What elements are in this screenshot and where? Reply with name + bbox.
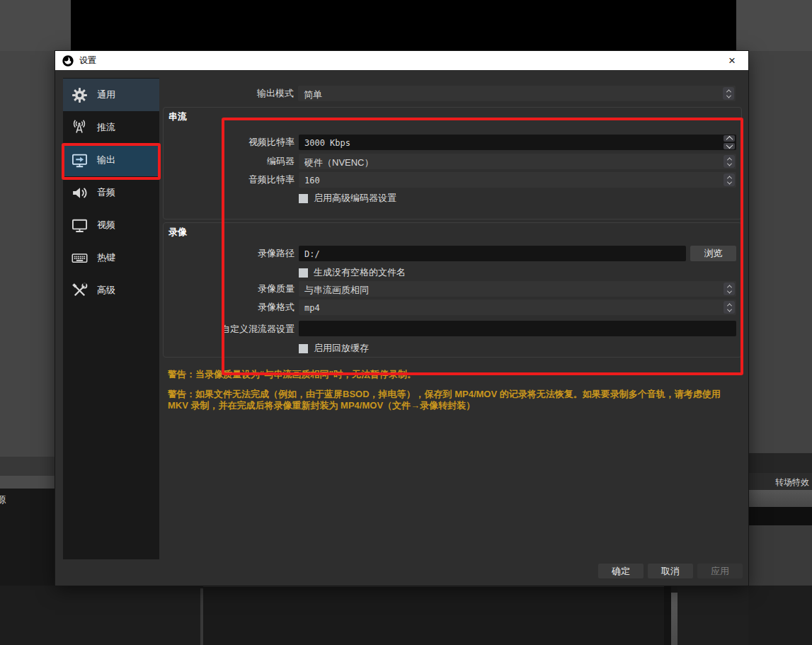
video-bitrate-value: 3000 Kbps (304, 138, 350, 148)
sidebar-item-video[interactable]: 视频 (63, 209, 159, 241)
replay-buffer-checkbox-label: 启用回放缓存 (314, 342, 369, 355)
spin-down-icon[interactable] (724, 143, 735, 149)
recording-quality-combobox[interactable]: 与串流画质相同 (299, 281, 736, 297)
backdrop-left-band-light (0, 476, 55, 489)
backdrop-bottom-panel (203, 586, 664, 645)
backdrop-right-dark-band (748, 507, 812, 525)
output-mode-combobox[interactable]: 简单 (298, 86, 736, 101)
backdrop-top-right-panel (736, 0, 812, 51)
streaming-group-title: 串流 (168, 110, 187, 123)
transitions-dock-title: 转场特效 (775, 476, 809, 489)
recording-format-label: 录像格式 (164, 302, 295, 313)
broadcast-icon (69, 118, 89, 137)
sidebar-item-audio[interactable]: 音频 (63, 176, 159, 209)
video-bitrate-spinbox[interactable]: 3000 Kbps (299, 135, 736, 150)
backdrop-bottom-strip (671, 593, 677, 645)
sidebar-item-label: 视频 (97, 219, 115, 232)
obs-screen: 源 转场特效 设置 × (0, 0, 812, 645)
backdrop-bottom-gap (664, 586, 671, 645)
chevron-updown-icon[interactable] (724, 301, 735, 314)
replay-buffer-checkbox[interactable]: 启用回放缓存 (299, 342, 369, 355)
sidebar-item-label: 音频 (97, 186, 115, 199)
recording-path-value: D:/ (304, 249, 320, 259)
cancel-button[interactable]: 取消 (648, 564, 693, 578)
hotkeys-icon (69, 248, 89, 268)
no-space-filename-checkbox-label: 生成没有空格的文件名 (314, 266, 406, 279)
settings-dialog: 设置 × (55, 51, 748, 586)
audio-bitrate-combobox[interactable]: 160 (299, 172, 736, 188)
sidebar-item-label: 热键 (97, 251, 115, 264)
sidebar-item-general[interactable]: 通用 (63, 79, 159, 111)
advanced-icon (69, 280, 89, 300)
settings-sidebar: 通用 推流 (63, 78, 159, 559)
muxer-settings-label: 自定义混流器设置 (164, 324, 295, 335)
close-icon[interactable]: × (724, 53, 740, 69)
apply-button[interactable]: 应用 (697, 564, 743, 578)
sources-dock-title: 源 (0, 493, 6, 506)
sidebar-item-label: 高级 (97, 284, 115, 297)
sidebar-item-output[interactable]: 输出 (63, 144, 159, 176)
output-icon (69, 150, 89, 170)
warning-pause-recording: 警告：当录像质量设为“与串流画质相同”时，无法暂停录制。 (168, 369, 734, 380)
backdrop-bottom-right (677, 586, 748, 645)
recording-quality-value: 与串流画质相同 (304, 284, 369, 297)
checkbox-unchecked-icon[interactable] (299, 194, 308, 203)
browse-button[interactable]: 浏览 (690, 246, 736, 261)
encoder-label: 编码器 (164, 156, 295, 167)
recording-group: 录像 录像路径 D:/ 浏览 生成没有空格的文件名 录像质量 与串流画质相同 录… (163, 222, 742, 358)
streaming-group: 串流 视频比特率 3000 Kbps 编码器 硬件（NVENC） 音频比特率 1… (163, 107, 742, 219)
chevron-updown-icon[interactable] (724, 155, 735, 168)
sidebar-item-label: 输出 (97, 154, 115, 166)
backdrop-left-panel (0, 51, 55, 457)
sidebar-item-advanced[interactable]: 高级 (63, 274, 159, 307)
dialog-titlebar: 设置 × (55, 51, 748, 70)
dialog-title: 设置 (79, 55, 96, 67)
chevron-updown-icon[interactable] (724, 173, 735, 186)
sidebar-item-hotkeys[interactable]: 热键 (63, 241, 159, 274)
muxer-settings-input[interactable] (299, 321, 736, 336)
video-bitrate-label: 视频比特率 (164, 137, 295, 148)
output-mode-label: 输出模式 (163, 88, 294, 99)
advanced-encoder-checkbox[interactable]: 启用高级编码器设置 (299, 192, 396, 205)
transitions-dock: 转场特效 (748, 473, 812, 490)
recording-format-value: mp4 (304, 303, 320, 313)
gear-icon (69, 85, 89, 105)
chevron-updown-icon[interactable] (724, 282, 735, 295)
checkbox-unchecked-icon[interactable] (299, 268, 308, 278)
obs-logo-icon (62, 55, 74, 67)
audio-icon (69, 183, 89, 202)
backdrop-right-panel (748, 51, 812, 453)
transition-combobox-edge (748, 490, 812, 507)
recording-path-input[interactable]: D:/ (299, 246, 686, 261)
backdrop-left-band (0, 457, 55, 476)
audio-bitrate-label: 音频比特率 (164, 174, 295, 185)
ok-button[interactable]: 确定 (598, 564, 644, 578)
preview-canvas (71, 0, 736, 51)
recording-path-label: 录像路径 (164, 248, 295, 259)
encoder-value: 硬件（NVENC） (304, 156, 374, 169)
sidebar-item-stream[interactable]: 推流 (63, 111, 159, 144)
chevron-updown-icon[interactable] (723, 87, 734, 100)
recording-group-title: 录像 (168, 226, 187, 239)
video-icon (69, 215, 89, 235)
backdrop-right-band (748, 453, 812, 473)
checkbox-unchecked-icon[interactable] (299, 344, 308, 353)
audio-bitrate-value: 160 (304, 176, 320, 185)
encoder-combobox[interactable]: 硬件（NVENC） (299, 154, 736, 169)
recording-format-combobox[interactable]: mp4 (299, 299, 736, 315)
output-mode-value: 简单 (304, 89, 322, 101)
sidebar-item-label: 通用 (97, 89, 115, 101)
advanced-encoder-checkbox-label: 启用高级编码器设置 (314, 192, 396, 205)
backdrop-top-left-panel (0, 0, 71, 51)
warning-file-format: 警告：如果文件无法完成（例如，由于蓝屏BSOD，掉电等），保存到 MP4/MOV… (168, 389, 743, 411)
recording-quality-label: 录像质量 (164, 283, 295, 295)
no-space-filename-checkbox[interactable]: 生成没有空格的文件名 (299, 266, 406, 279)
sidebar-item-label: 推流 (97, 121, 115, 134)
